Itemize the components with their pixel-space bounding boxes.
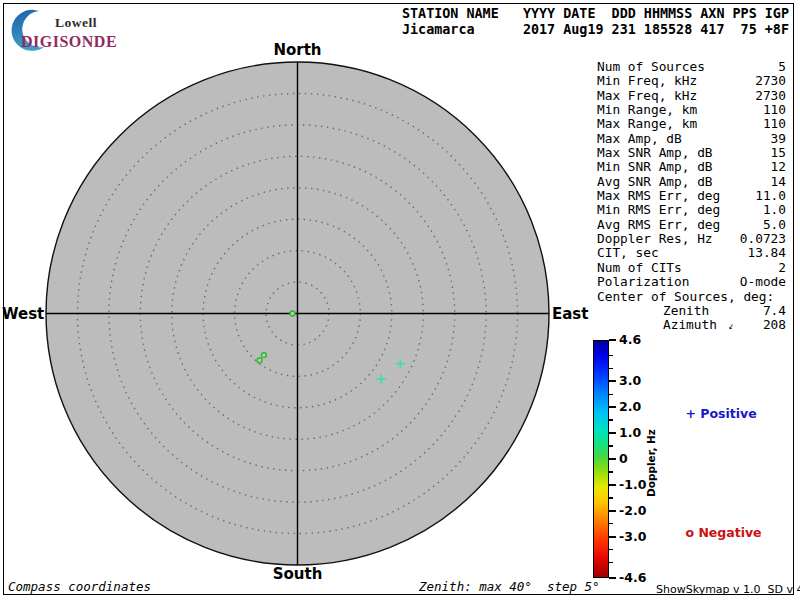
legend-positive-text: Positive xyxy=(700,406,756,421)
source-marker-negative xyxy=(290,311,295,316)
stat-value: 12 xyxy=(771,160,786,174)
colorbar-major-tick xyxy=(609,510,616,512)
colorbar-major-tick xyxy=(609,458,616,460)
legend-negative-text: Negative xyxy=(698,525,761,540)
stat-label: Azimuth xyxy=(663,318,717,332)
stat-row: Min Freq, kHz2730 xyxy=(597,74,786,88)
stat-row: Max Amp, dB39 xyxy=(597,132,786,146)
stat-row: Min RMS Err, deg1.0 xyxy=(597,203,786,217)
stat-label: Max Freq, kHz xyxy=(597,89,697,103)
stat-value: 2 xyxy=(778,261,786,275)
colorbar-minor-tick xyxy=(609,394,613,396)
colorbar-major-tick xyxy=(609,339,616,341)
stat-row: Azimuth↑208 xyxy=(597,318,786,332)
stat-row: Center of Sources, deg: xyxy=(597,290,786,304)
colorbar-minor-tick xyxy=(609,497,613,499)
stat-row: Max Freq, kHz2730 xyxy=(597,89,786,103)
stat-row: Max RMS Err, deg11.0 xyxy=(597,189,786,203)
stat-row: Max SNR Amp, dB15 xyxy=(597,146,786,160)
stat-row: Num of CITs2 xyxy=(597,261,786,275)
colorbar-minor-tick xyxy=(609,562,613,564)
compass-label-south: South xyxy=(247,565,348,583)
colorbar-tick-label: 3.0 xyxy=(619,374,641,388)
colorbar-minor-tick xyxy=(609,419,613,421)
stat-value: 208 xyxy=(763,318,786,332)
colorbar-major-tick xyxy=(609,536,616,538)
stat-label: Max RMS Err, deg xyxy=(597,189,720,203)
stat-row: Doppler Res, Hz0.0723 xyxy=(597,232,786,246)
stat-row: Min Range, km110 xyxy=(597,103,786,117)
software-version: ShowSkymap v 1.0 SD v 4.2 xyxy=(656,583,800,596)
stat-row: Avg RMS Err, deg5.0 xyxy=(597,218,786,232)
stat-value: 14 xyxy=(771,175,786,189)
colorbar-tick-label: -3.0 xyxy=(619,530,646,544)
stat-value: 5 xyxy=(778,60,786,74)
legend-negative: o Negative xyxy=(668,510,762,555)
stat-label: Max Amp, dB xyxy=(597,132,682,146)
stat-value: 11.0 xyxy=(755,189,786,203)
stat-label: Max Range, km xyxy=(597,117,697,131)
stat-row: Avg SNR Amp, dB14 xyxy=(597,175,786,189)
stat-label: Doppler Res, Hz xyxy=(597,232,713,246)
stat-value: 39 xyxy=(771,132,786,146)
stat-label: Zenith xyxy=(663,304,709,318)
stat-label: Num of Sources xyxy=(597,60,705,74)
stat-value: 110 xyxy=(763,117,786,131)
colorbar-major-tick xyxy=(609,577,616,579)
stat-value: 0.0723 xyxy=(740,232,786,246)
stat-value: 13.84 xyxy=(747,246,786,260)
colorbar-tick-label: -4.6 xyxy=(619,571,646,585)
source-marker-negative xyxy=(261,353,266,358)
stat-value: 110 xyxy=(763,103,786,117)
colorbar-axis-title: Doppler, Hz xyxy=(645,408,659,518)
colorbar-major-tick xyxy=(609,432,616,434)
colorbar-minor-tick xyxy=(609,523,613,525)
stat-value: 15 xyxy=(771,146,786,160)
colorbar-minor-tick xyxy=(609,368,613,370)
plus-marker-icon: + xyxy=(685,406,695,421)
colorbar-tick-label: 4.6 xyxy=(619,333,641,347)
colorbar-tick-label: 2.0 xyxy=(619,400,641,414)
stat-label: Center of Sources, deg: xyxy=(597,290,774,304)
colorbar-tick-label: 0 xyxy=(619,452,628,466)
compass-label-north: North xyxy=(247,41,348,59)
stat-label: Avg RMS Err, deg xyxy=(597,218,720,232)
stat-row: Max Range, km110 xyxy=(597,117,786,131)
statistics-panel: Num of Sources5Min Freq, kHz2730Max Freq… xyxy=(597,60,786,333)
stat-label: Avg SNR Amp, dB xyxy=(597,175,713,189)
stat-row: PolarizationO-mode xyxy=(597,275,786,289)
stat-row: Min SNR Amp, dB12 xyxy=(597,160,786,174)
stat-label: Num of CITs xyxy=(597,261,682,275)
stat-row: CIT, sec13.84 xyxy=(597,246,786,260)
legend-positive: + Positive xyxy=(668,391,757,436)
stat-label: Min RMS Err, deg xyxy=(597,203,720,217)
stat-label: Min Range, km xyxy=(597,103,697,117)
source-marker-negative xyxy=(257,358,262,363)
stat-label: Min Freq, kHz xyxy=(597,74,697,88)
stat-row: Zenith7.4 xyxy=(597,304,786,318)
stat-row: Num of Sources5 xyxy=(597,60,786,74)
azimuth-direction-arrow-icon: ↑ xyxy=(726,318,738,333)
stat-label: Polarization xyxy=(597,275,689,289)
stat-value: 2730 xyxy=(755,74,786,88)
colorbar-major-tick xyxy=(609,484,616,486)
showskymap-window: Lowell DIGISONDE STATION NAME YYYY DATE … xyxy=(0,0,800,600)
colorbar-gradient xyxy=(593,340,609,578)
colorbar-minor-tick xyxy=(609,549,613,551)
colorbar-minor-tick xyxy=(609,355,613,357)
colorbar-major-tick xyxy=(609,406,616,408)
colorbar-minor-tick xyxy=(609,471,613,473)
compass-label-west: West xyxy=(2,305,44,323)
stat-value: 5.0 xyxy=(763,218,786,232)
stat-label: CIT, sec xyxy=(597,246,659,260)
colorbar-tick-label: 1.0 xyxy=(619,426,641,440)
stat-label: Min SNR Amp, dB xyxy=(597,160,713,174)
colorbar-minor-tick xyxy=(609,445,613,447)
colorbar-major-tick xyxy=(609,380,616,382)
stat-value: 2730 xyxy=(755,89,786,103)
circle-marker-icon: o xyxy=(685,525,694,540)
stat-value: O-mode xyxy=(740,275,786,289)
stat-value: 7.4 xyxy=(763,304,786,318)
colorbar-tick-label: -1.0 xyxy=(619,478,646,492)
colorbar-tick-label: -2.0 xyxy=(619,504,646,518)
